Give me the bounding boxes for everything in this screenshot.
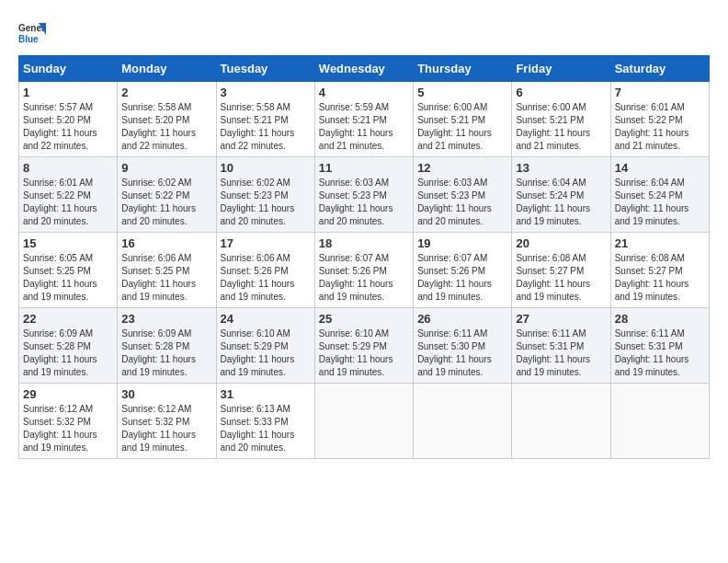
day-info: Sunrise: 5:57 AM Sunset: 5:20 PM Dayligh… [23,101,113,153]
calendar-cell [610,384,709,459]
day-number: 25 [319,312,409,326]
day-info: Sunrise: 6:09 AM Sunset: 5:28 PM Dayligh… [121,327,211,379]
calendar-cell: 25 Sunrise: 6:10 AM Sunset: 5:29 PM Dayl… [314,308,413,384]
calendar-week-row: 29 Sunrise: 6:12 AM Sunset: 5:32 PM Dayl… [19,384,710,459]
calendar-cell: 12 Sunrise: 6:03 AM Sunset: 5:23 PM Dayl… [414,157,512,233]
day-number: 13 [516,161,606,175]
day-number: 7 [615,86,705,99]
day-number: 17 [221,236,311,250]
logo-icon: General Blue [18,18,46,46]
day-number: 20 [516,236,606,250]
calendar-week-row: 1 Sunrise: 5:57 AM Sunset: 5:20 PM Dayli… [19,82,710,157]
calendar-cell [414,384,512,459]
calendar-cell: 21 Sunrise: 6:08 AM Sunset: 5:27 PM Dayl… [610,233,709,308]
calendar-week-row: 8 Sunrise: 6:01 AM Sunset: 5:22 PM Dayli… [19,157,710,233]
calendar-cell: 2 Sunrise: 5:58 AM Sunset: 5:20 PM Dayli… [118,82,216,157]
day-info: Sunrise: 6:12 AM Sunset: 5:32 PM Dayligh… [121,403,211,454]
day-info: Sunrise: 6:10 AM Sunset: 5:29 PM Dayligh… [319,327,409,379]
page-header: General Blue [18,18,710,46]
day-info: Sunrise: 6:13 AM Sunset: 5:33 PM Dayligh… [221,403,311,454]
day-number: 16 [121,236,211,250]
day-info: Sunrise: 6:07 AM Sunset: 5:26 PM Dayligh… [417,252,507,304]
calendar-header-friday: Friday [512,56,610,82]
calendar-header-wednesday: Wednesday [314,56,413,82]
calendar-cell: 11 Sunrise: 6:03 AM Sunset: 5:23 PM Dayl… [314,157,413,233]
calendar-cell: 4 Sunrise: 5:59 AM Sunset: 5:21 PM Dayli… [314,82,413,157]
calendar-header-saturday: Saturday [610,56,709,82]
day-info: Sunrise: 6:03 AM Sunset: 5:23 PM Dayligh… [319,177,409,228]
calendar-cell [512,384,610,459]
calendar-cell: 10 Sunrise: 6:02 AM Sunset: 5:23 PM Dayl… [216,157,314,233]
day-number: 23 [121,312,211,326]
calendar-week-row: 15 Sunrise: 6:05 AM Sunset: 5:25 PM Dayl… [19,233,710,308]
calendar-table: SundayMondayTuesdayWednesdayThursdayFrid… [18,55,710,459]
calendar-cell: 1 Sunrise: 5:57 AM Sunset: 5:20 PM Dayli… [19,82,118,157]
day-info: Sunrise: 6:11 AM Sunset: 5:30 PM Dayligh… [417,327,507,379]
day-info: Sunrise: 6:07 AM Sunset: 5:26 PM Dayligh… [319,252,409,304]
day-info: Sunrise: 6:05 AM Sunset: 5:25 PM Dayligh… [23,252,113,304]
calendar-cell: 3 Sunrise: 5:58 AM Sunset: 5:21 PM Dayli… [216,82,314,157]
calendar-cell: 26 Sunrise: 6:11 AM Sunset: 5:30 PM Dayl… [414,308,512,384]
svg-text:Blue: Blue [18,34,39,44]
day-number: 21 [615,236,705,250]
calendar-header-thursday: Thursday [414,56,512,82]
calendar-cell: 24 Sunrise: 6:10 AM Sunset: 5:29 PM Dayl… [216,308,314,384]
day-number: 3 [221,86,311,99]
day-number: 5 [417,86,507,99]
calendar-cell: 14 Sunrise: 6:04 AM Sunset: 5:24 PM Dayl… [610,157,709,233]
day-info: Sunrise: 6:09 AM Sunset: 5:28 PM Dayligh… [23,327,113,379]
day-info: Sunrise: 6:00 AM Sunset: 5:21 PM Dayligh… [516,101,606,153]
day-info: Sunrise: 6:02 AM Sunset: 5:23 PM Dayligh… [221,177,311,228]
calendar-cell: 19 Sunrise: 6:07 AM Sunset: 5:26 PM Dayl… [414,233,512,308]
calendar-cell: 20 Sunrise: 6:08 AM Sunset: 5:27 PM Dayl… [512,233,610,308]
day-info: Sunrise: 6:04 AM Sunset: 5:24 PM Dayligh… [615,177,705,228]
day-info: Sunrise: 6:11 AM Sunset: 5:31 PM Dayligh… [615,327,705,379]
calendar-cell: 27 Sunrise: 6:11 AM Sunset: 5:31 PM Dayl… [512,308,610,384]
day-number: 9 [121,161,211,175]
calendar-cell: 30 Sunrise: 6:12 AM Sunset: 5:32 PM Dayl… [118,384,216,459]
day-info: Sunrise: 5:59 AM Sunset: 5:21 PM Dayligh… [319,101,409,153]
day-number: 2 [121,86,211,99]
calendar-cell: 9 Sunrise: 6:02 AM Sunset: 5:22 PM Dayli… [118,157,216,233]
calendar-cell: 15 Sunrise: 6:05 AM Sunset: 5:25 PM Dayl… [19,233,118,308]
calendar-cell: 6 Sunrise: 6:00 AM Sunset: 5:21 PM Dayli… [512,82,610,157]
calendar-cell: 5 Sunrise: 6:00 AM Sunset: 5:21 PM Dayli… [414,82,512,157]
calendar-header-tuesday: Tuesday [216,56,314,82]
calendar-cell: 31 Sunrise: 6:13 AM Sunset: 5:33 PM Dayl… [216,384,314,459]
calendar-week-row: 22 Sunrise: 6:09 AM Sunset: 5:28 PM Dayl… [19,308,710,384]
day-info: Sunrise: 6:03 AM Sunset: 5:23 PM Dayligh… [417,177,507,228]
day-info: Sunrise: 6:06 AM Sunset: 5:25 PM Dayligh… [121,252,211,304]
day-info: Sunrise: 6:00 AM Sunset: 5:21 PM Dayligh… [417,101,507,153]
day-info: Sunrise: 6:11 AM Sunset: 5:31 PM Dayligh… [516,327,606,379]
calendar-cell: 13 Sunrise: 6:04 AM Sunset: 5:24 PM Dayl… [512,157,610,233]
day-number: 8 [23,161,113,175]
day-number: 22 [23,312,113,326]
day-number: 11 [319,161,409,175]
day-number: 15 [23,236,113,250]
day-number: 27 [516,312,606,326]
calendar-cell: 8 Sunrise: 6:01 AM Sunset: 5:22 PM Dayli… [19,157,118,233]
day-number: 24 [221,312,311,326]
calendar-header-sunday: Sunday [19,56,118,82]
day-info: Sunrise: 6:08 AM Sunset: 5:27 PM Dayligh… [516,252,606,304]
calendar-header-row: SundayMondayTuesdayWednesdayThursdayFrid… [19,56,710,82]
day-number: 18 [319,236,409,250]
day-info: Sunrise: 5:58 AM Sunset: 5:21 PM Dayligh… [221,101,311,153]
day-info: Sunrise: 5:58 AM Sunset: 5:20 PM Dayligh… [121,101,211,153]
day-info: Sunrise: 6:04 AM Sunset: 5:24 PM Dayligh… [516,177,606,228]
calendar-cell: 18 Sunrise: 6:07 AM Sunset: 5:26 PM Dayl… [314,233,413,308]
calendar-cell: 16 Sunrise: 6:06 AM Sunset: 5:25 PM Dayl… [118,233,216,308]
day-number: 6 [516,86,606,99]
day-number: 26 [417,312,507,326]
day-number: 12 [417,161,507,175]
day-info: Sunrise: 6:02 AM Sunset: 5:22 PM Dayligh… [121,177,211,228]
calendar-cell: 22 Sunrise: 6:09 AM Sunset: 5:28 PM Dayl… [19,308,118,384]
day-number: 30 [121,387,211,401]
day-number: 19 [417,236,507,250]
day-number: 4 [319,86,409,99]
calendar-cell: 7 Sunrise: 6:01 AM Sunset: 5:22 PM Dayli… [610,82,709,157]
day-number: 10 [221,161,311,175]
day-number: 14 [615,161,705,175]
day-number: 28 [615,312,705,326]
day-info: Sunrise: 6:01 AM Sunset: 5:22 PM Dayligh… [615,101,705,153]
